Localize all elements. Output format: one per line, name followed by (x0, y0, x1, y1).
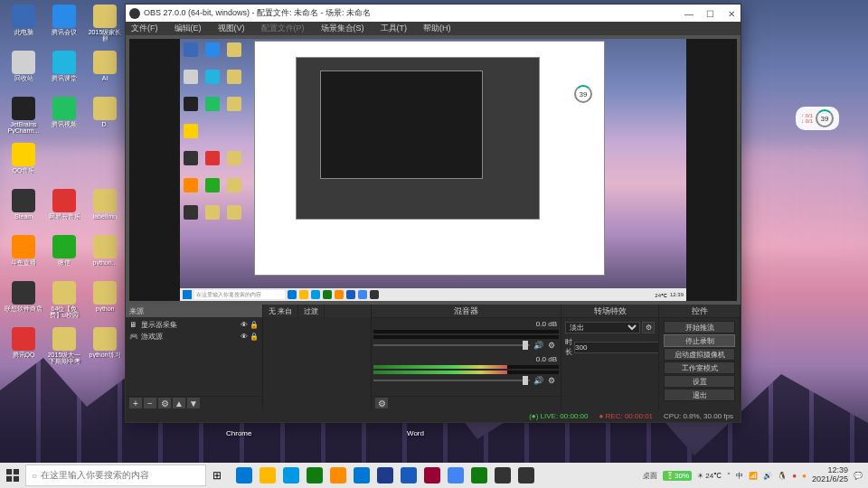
gear-icon[interactable]: ⚙ (548, 341, 559, 350)
scene-up-button[interactable]: ▲ (173, 398, 185, 408)
desktop-icon[interactable]: 回收站 (5, 51, 42, 94)
desktop-icon[interactable]: 64位【免费】u校园 (45, 281, 83, 324)
taskbar-app[interactable] (468, 465, 490, 486)
obs-docks: 来源 🖥显示器采集👁 🔒🎮游戏源👁 🔒 + − ⚙ ▲ ▼ 无 来自过渡 混音器… (126, 305, 741, 409)
menu-item[interactable]: 视图(V) (218, 23, 245, 34)
svg-rect-1 (14, 469, 19, 474)
task-view-button[interactable]: ⊞ (206, 465, 228, 486)
tray-app2-icon[interactable]: ● (802, 472, 807, 480)
tray-chevron-up-icon[interactable]: ˄ (727, 472, 731, 480)
trans-dur-label: 时长 (565, 337, 572, 357)
mixer-settings-button[interactable]: ⚙ (375, 398, 388, 408)
battery-icon[interactable]: 🔋30% (663, 471, 692, 481)
scene-down-button[interactable]: ▼ (187, 398, 200, 408)
tray-app-icon[interactable]: ● (792, 472, 797, 480)
weather-icon[interactable]: ☀ 24℃ (697, 472, 722, 480)
desktop-icon[interactable]: 斗鱼直播 (5, 235, 42, 278)
control-button[interactable]: 设置 (664, 375, 735, 388)
desktop-icon[interactable]: 2015级家长群 (86, 5, 124, 48)
trans-add-button[interactable]: ⚙ (642, 322, 655, 333)
network-icon[interactable]: 📶 (749, 472, 758, 480)
sources-tab[interactable]: 过渡 (298, 305, 325, 317)
svg-rect-3 (14, 476, 19, 482)
desktop-icon[interactable]: python (86, 281, 124, 324)
menu-item[interactable]: 文件(F) (131, 23, 158, 34)
desktop-icon[interactable]: 腾讯课堂 (45, 51, 83, 94)
sources-panel: 无 来自过渡 (263, 305, 372, 409)
menu-item[interactable]: 工具(T) (381, 23, 408, 34)
desktop-icon[interactable]: 微信 (45, 235, 83, 278)
taskbar-app[interactable] (515, 465, 537, 486)
desktop-icon[interactable]: python练习 (86, 327, 124, 371)
audio-meter (373, 365, 559, 369)
taskbar-app[interactable] (421, 465, 443, 486)
desktop-icon[interactable]: python... (86, 235, 124, 278)
desktop-icon[interactable]: 此电脑 (5, 5, 42, 48)
remove-scene-button[interactable]: − (144, 398, 156, 408)
control-button[interactable]: 开始推流 (664, 321, 735, 333)
desktop-icon[interactable]: 联想软件商店 (5, 281, 42, 324)
ime-icon[interactable]: 中 (736, 471, 743, 481)
desktop-icon[interactable]: AI (86, 51, 124, 94)
desktop-icon[interactable]: 腾讯QQ (5, 327, 42, 371)
mute-icon[interactable]: 🔊 (533, 376, 544, 385)
taskbar-app[interactable] (327, 465, 349, 486)
taskbar-clock[interactable]: 12:39 2021/6/25 (812, 466, 848, 484)
control-button[interactable]: 工作室模式 (664, 361, 735, 374)
sources-list[interactable] (263, 317, 371, 409)
volume-slider[interactable] (373, 380, 530, 381)
trans-select[interactable]: 淡出 (565, 322, 640, 333)
sources-tab[interactable]: 无 来自 (263, 305, 298, 317)
scene-item[interactable]: 🖥显示器采集👁 🔒 (127, 319, 260, 331)
under-word: Word (407, 429, 424, 437)
menu-item[interactable]: 场景集合(S) (321, 23, 364, 34)
taskbar-app[interactable] (492, 465, 514, 486)
menu-item[interactable]: 配置文件(P) (261, 23, 305, 34)
scene-props-button[interactable]: ⚙ (158, 398, 171, 408)
menu-item[interactable]: 帮助(H) (423, 23, 451, 34)
desktop-icon[interactable]: 网易云音乐 (45, 189, 83, 232)
close-button[interactable]: ✕ (728, 9, 737, 18)
taskbar-app[interactable] (280, 465, 302, 486)
control-button[interactable]: 启动虚拟摄像机 (664, 348, 735, 361)
desktop-icon[interactable]: D. (86, 97, 124, 140)
preview-desktop-capture: 39 在这里输入你要搜索的内容 24℃ 12:39 (180, 39, 686, 301)
start-button[interactable] (0, 463, 25, 488)
desktop-icon[interactable]: 腾讯会议 (45, 5, 83, 48)
volume-slider[interactable] (373, 344, 530, 346)
taskbar-app[interactable] (233, 465, 255, 486)
status-rec: ● REC: 00:00:01 (599, 412, 654, 420)
volume-icon[interactable]: 🔊 (763, 472, 772, 480)
desktop-icon[interactable]: Steam (5, 189, 42, 232)
add-scene-button[interactable]: + (129, 398, 142, 408)
taskbar-app[interactable] (445, 465, 467, 486)
control-button[interactable]: 退出 (664, 389, 735, 401)
minimize-button[interactable]: — (684, 9, 693, 18)
desktop-icon[interactable]: QQ音乐 (5, 143, 42, 186)
control-button[interactable]: 停止录制 (664, 334, 735, 347)
penguin-icon[interactable]: 🐧 (778, 472, 787, 480)
taskbar-app[interactable] (304, 465, 326, 486)
taskbar-app[interactable] (374, 465, 396, 486)
desktop-icon[interactable]: JetBrains PyCharm... (5, 97, 42, 140)
taskbar-app[interactable] (351, 465, 373, 486)
window-title: OBS 27.0.0 (64-bit, windows) - 配置文件: 未命名… (144, 7, 371, 19)
obs-preview[interactable]: 39 在这里输入你要搜索的内容 24℃ 12:39 (129, 39, 737, 301)
maximize-button[interactable]: ☐ (706, 9, 715, 18)
perf-widget[interactable]: ↑ 0/1↓ 0/1 39 (796, 107, 839, 130)
mute-icon[interactable]: 🔊 (533, 341, 544, 350)
scene-tab[interactable]: 来源 (126, 305, 262, 317)
obs-titlebar[interactable]: OBS 27.0.0 (64-bit, windows) - 配置文件: 未命名… (126, 5, 741, 22)
taskbar-app[interactable] (398, 465, 420, 486)
desktop-icon[interactable]: labelImg (86, 189, 124, 232)
tray-desktop[interactable]: 桌面 (643, 471, 657, 481)
trans-duration[interactable] (574, 342, 658, 353)
notifications-icon[interactable]: 💬 (854, 472, 863, 480)
gear-icon[interactable]: ⚙ (548, 376, 559, 385)
scene-item[interactable]: 🎮游戏源👁 🔒 (127, 331, 260, 343)
taskbar-search[interactable]: ○ 在这里输入你要搜索的内容 (25, 465, 206, 486)
desktop-icon[interactable]: 腾讯视频 (45, 97, 83, 140)
desktop-icon[interactable]: 2015级大一下期期中考 (45, 327, 83, 371)
taskbar-app[interactable] (257, 465, 278, 486)
menu-item[interactable]: 编辑(E) (175, 23, 202, 34)
